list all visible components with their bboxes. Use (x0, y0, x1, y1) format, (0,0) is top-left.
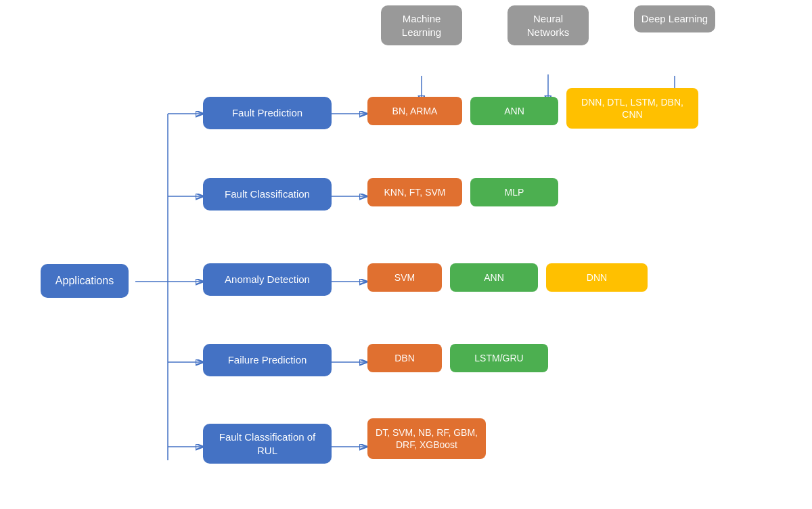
ad-ml-box: SVM (367, 263, 442, 292)
fault-prediction-box: Fault Prediction (203, 97, 332, 129)
anomaly-detection-box: Anomaly Detection (203, 263, 332, 296)
ml-label: Machine Learning (402, 13, 441, 38)
applications-box: Applications (41, 264, 129, 298)
fp-dl-box: DNN, DTL, LSTM, DBN, CNN (566, 88, 698, 129)
fcrul-ml-box: DT, SVM, NB, RF, GBM, DRF, XGBoost (367, 418, 486, 459)
dl-header: Deep Learning (634, 5, 715, 32)
dl-label: Deep Learning (641, 13, 708, 24)
failp-ml-box: DBN (367, 344, 442, 372)
ml-header: Machine Learning (381, 5, 462, 45)
fc-ml-box: KNN, FT, SVM (367, 178, 462, 206)
fp-ml-box: BN, ARMA (367, 97, 462, 125)
failure-prediction-box: Failure Prediction (203, 344, 332, 376)
diagram: Machine Learning Neural Networks Deep Le… (0, 0, 812, 509)
ad-dl-box: DNN (546, 263, 648, 292)
nn-label: Neural Networks (527, 13, 570, 38)
failp-nn-box: LSTM/GRU (450, 344, 548, 372)
fp-nn-box: ANN (470, 97, 558, 125)
nn-header: Neural Networks (508, 5, 589, 45)
ad-nn-box: ANN (450, 263, 538, 292)
app-label: Applications (55, 275, 114, 286)
fault-classification-rul-box: Fault Classification of RUL (203, 424, 332, 464)
fault-classification-box: Fault Classification (203, 178, 332, 211)
fc-nn-box: MLP (470, 178, 558, 206)
